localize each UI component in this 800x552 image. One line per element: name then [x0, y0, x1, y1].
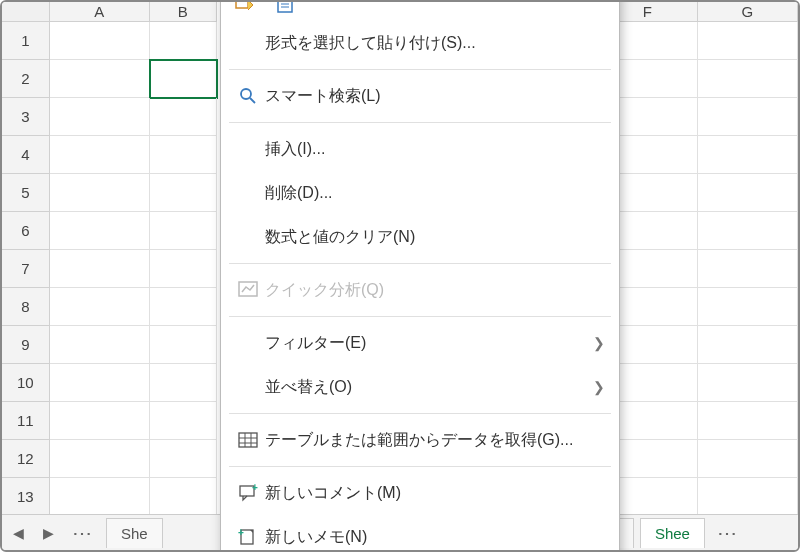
cell[interactable] [150, 250, 217, 288]
cell[interactable] [698, 136, 798, 174]
col-header-G[interactable]: G [698, 2, 798, 22]
menu-clear-label: 数式と値のクリア(N) [265, 227, 605, 248]
sheet-tab-overflow[interactable]: ⋯ [711, 521, 745, 545]
row-header[interactable]: 5 [2, 174, 50, 212]
menu-quick-analysis-label: クイック分析(Q) [265, 280, 605, 301]
menu-new-comment[interactable]: + 新しいコメント(M) [221, 471, 619, 515]
cell[interactable] [150, 212, 217, 250]
row-header[interactable]: 2 [2, 60, 50, 98]
menu-clear[interactable]: 数式と値のクリア(N) [221, 215, 619, 259]
quick-analysis-icon [231, 281, 265, 299]
paste-clipboard-icon[interactable] [273, 0, 301, 15]
cell[interactable] [698, 364, 798, 402]
cell[interactable] [50, 136, 150, 174]
menu-delete[interactable]: 削除(D)... [221, 171, 619, 215]
cell[interactable] [50, 440, 150, 478]
cell[interactable] [50, 402, 150, 440]
menu-get-data[interactable]: テーブルまたは範囲からデータを取得(G)... [221, 418, 619, 462]
chevron-right-icon: ❯ [593, 379, 605, 395]
row-header[interactable]: 4 [2, 136, 50, 174]
cell[interactable] [698, 174, 798, 212]
row-header[interactable]: 1 [2, 22, 50, 60]
row-header[interactable]: 13 [2, 478, 50, 516]
col-header-A[interactable]: A [50, 2, 150, 22]
menu-paste-special[interactable]: 形式を選択して貼り付け(S)... [221, 21, 619, 65]
comment-icon: + [231, 484, 265, 502]
sheet-nav-more[interactable]: ⋯ [66, 521, 100, 545]
cell[interactable] [698, 212, 798, 250]
row-header[interactable]: 11 [2, 402, 50, 440]
cell[interactable] [50, 364, 150, 402]
cell[interactable] [150, 288, 217, 326]
cell[interactable] [150, 22, 217, 60]
cell[interactable] [150, 174, 217, 212]
cell[interactable] [698, 60, 798, 98]
menu-new-note[interactable]: + 新しいメモ(N) [221, 515, 619, 552]
svg-text:+: + [238, 528, 244, 538]
row-header[interactable]: 9 [2, 326, 50, 364]
paste-brush-icon[interactable] [231, 0, 259, 15]
cell[interactable] [150, 402, 217, 440]
cell[interactable] [50, 288, 150, 326]
cell[interactable] [698, 22, 798, 60]
cell[interactable] [150, 364, 217, 402]
sheet-tab-1[interactable]: She [106, 518, 163, 548]
row-header[interactable]: 8 [2, 288, 50, 326]
cell[interactable] [50, 174, 150, 212]
menu-separator [229, 69, 611, 70]
menu-smart-lookup[interactable]: スマート検索(L) [221, 74, 619, 118]
select-all-corner[interactable] [2, 2, 50, 22]
sheet-nav-prev[interactable]: ◀ [6, 521, 30, 545]
cell[interactable] [698, 326, 798, 364]
cell[interactable] [50, 250, 150, 288]
cell[interactable] [50, 98, 150, 136]
cell[interactable] [150, 136, 217, 174]
cell[interactable] [50, 22, 150, 60]
row-header[interactable]: 7 [2, 250, 50, 288]
cell[interactable] [698, 402, 798, 440]
table-icon [231, 432, 265, 448]
svg-point-6 [241, 89, 251, 99]
menu-separator [229, 263, 611, 264]
menu-insert[interactable]: 挿入(I)... [221, 127, 619, 171]
cell[interactable] [698, 98, 798, 136]
cell[interactable] [698, 478, 798, 516]
row-header[interactable]: 3 [2, 98, 50, 136]
context-menu: 形式を選択して貼り付け(S)... スマート検索(L) 挿入(I)... 削除(… [220, 0, 620, 552]
menu-filter[interactable]: フィルター(E) ❯ [221, 321, 619, 365]
menu-filter-label: フィルター(E) [265, 333, 593, 354]
cell[interactable] [698, 288, 798, 326]
menu-sort[interactable]: 並べ替え(O) ❯ [221, 365, 619, 409]
cell[interactable] [150, 98, 217, 136]
col-header-B[interactable]: B [150, 2, 217, 22]
row-header[interactable]: 6 [2, 212, 50, 250]
cell[interactable] [150, 440, 217, 478]
cell[interactable] [50, 326, 150, 364]
cell[interactable] [150, 478, 217, 516]
menu-paste-special-label: 形式を選択して貼り付け(S)... [265, 33, 605, 54]
cell[interactable] [50, 212, 150, 250]
svg-rect-0 [236, 0, 248, 8]
sheet-nav-next[interactable]: ▶ [36, 521, 60, 545]
menu-insert-label: 挿入(I)... [265, 139, 605, 160]
paste-icon-row [221, 0, 619, 21]
chevron-right-icon: ❯ [593, 335, 605, 351]
menu-new-comment-label: 新しいコメント(M) [265, 483, 605, 504]
cell[interactable] [150, 60, 217, 98]
cell[interactable] [698, 250, 798, 288]
search-icon [231, 86, 265, 106]
menu-separator [229, 316, 611, 317]
menu-separator [229, 413, 611, 414]
row-header[interactable]: 10 [2, 364, 50, 402]
cell[interactable] [50, 478, 150, 516]
cell[interactable] [50, 60, 150, 98]
row-header[interactable]: 12 [2, 440, 50, 478]
note-icon: + [231, 528, 265, 546]
cell[interactable] [150, 326, 217, 364]
svg-rect-9 [239, 433, 257, 447]
sheet-tab-3[interactable]: Shee [640, 518, 705, 548]
cell[interactable] [698, 440, 798, 478]
menu-quick-analysis: クイック分析(Q) [221, 268, 619, 312]
menu-separator [229, 122, 611, 123]
menu-get-data-label: テーブルまたは範囲からデータを取得(G)... [265, 430, 605, 451]
